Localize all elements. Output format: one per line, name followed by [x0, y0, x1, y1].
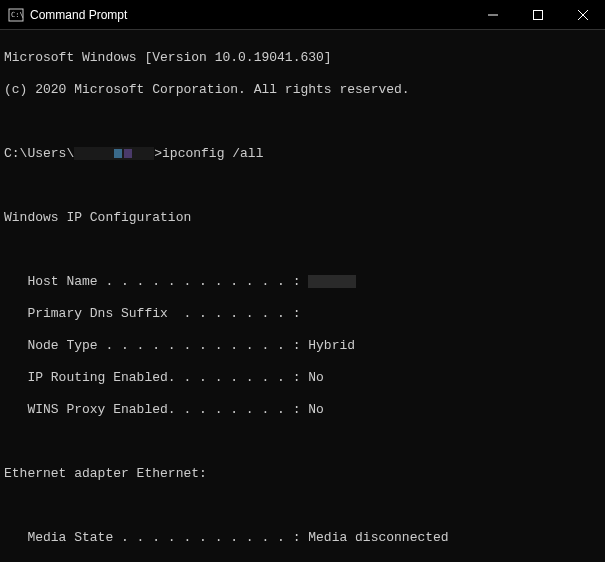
section-ethernet-title: Ethernet adapter Ethernet: — [4, 466, 601, 482]
svg-rect-7 — [114, 149, 122, 158]
wins-proxy-row: WINS Proxy Enabled. . . . . . . . : No — [4, 402, 601, 418]
prompt-suffix: > — [154, 146, 162, 161]
redacted-username — [74, 147, 154, 160]
node-type-value: Hybrid — [308, 338, 355, 353]
redacted-hostname — [308, 275, 356, 288]
section-winip-title: Windows IP Configuration — [4, 210, 601, 226]
eth-media-state-value: Media disconnected — [308, 530, 448, 545]
host-name-row: Host Name . . . . . . . . . . . . : — [4, 274, 601, 290]
minimize-button[interactable] — [470, 0, 515, 29]
terminal-output[interactable]: Microsoft Windows [Version 10.0.19041.63… — [0, 30, 605, 562]
command-text: ipconfig /all — [162, 146, 263, 161]
close-button[interactable] — [560, 0, 605, 29]
cmd-icon: C:\ — [8, 7, 24, 23]
svg-text:C:\: C:\ — [11, 11, 24, 19]
svg-rect-3 — [533, 10, 542, 19]
maximize-button[interactable] — [515, 0, 560, 29]
window-title: Command Prompt — [30, 8, 470, 22]
window-controls — [470, 0, 605, 29]
prompt-line: C:\Users\>ipconfig /all — [4, 146, 601, 162]
primary-dns-row: Primary Dns Suffix . . . . . . . : — [4, 306, 601, 322]
ip-routing-row: IP Routing Enabled. . . . . . . . : No — [4, 370, 601, 386]
titlebar: C:\ Command Prompt — [0, 0, 605, 30]
version-line: Microsoft Windows [Version 10.0.19041.63… — [4, 50, 601, 66]
copyright-line: (c) 2020 Microsoft Corporation. All righ… — [4, 82, 601, 98]
svg-rect-8 — [124, 149, 132, 158]
ip-routing-value: No — [308, 370, 324, 385]
node-type-row: Node Type . . . . . . . . . . . . : Hybr… — [4, 338, 601, 354]
wins-proxy-value: No — [308, 402, 324, 417]
prompt-prefix: C:\Users\ — [4, 146, 74, 161]
eth-media-state-row: Media State . . . . . . . . . . . : Medi… — [4, 530, 601, 546]
